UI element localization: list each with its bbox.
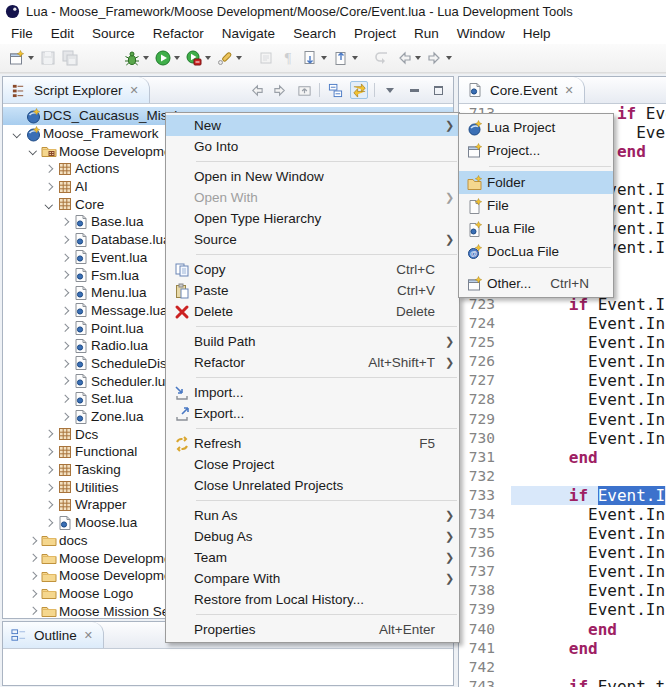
chevron-right-icon[interactable] [41,184,57,190]
context-menu-item-open-type-hierarchy[interactable]: Open Type Hierarchy [166,208,459,229]
submenu-item-folder[interactable]: Folder [459,171,613,194]
context-menu-item-refresh[interactable]: RefreshF5 [166,433,459,454]
submenu-item-project[interactable]: Project... [459,139,613,162]
chevron-right-icon[interactable] [57,237,73,243]
chevron-right-icon[interactable] [57,325,73,331]
next-annotation-button[interactable] [299,48,330,68]
context-menu-item-properties[interactable]: PropertiesAlt+Enter [166,619,459,640]
code-line[interactable]: 740 end [459,620,666,639]
context-menu-item-team[interactable]: Team❯ [166,547,459,568]
context-menu-item-compare-with[interactable]: Compare With❯ [166,568,459,589]
dropdown-arrow-icon[interactable] [236,56,242,60]
context-menu-item-import[interactable]: Import... [166,382,459,403]
minimize-button[interactable] [405,81,423,99]
chevron-right-icon[interactable] [57,272,73,278]
dropdown-arrow-icon[interactable] [205,56,211,60]
chevron-right-icon[interactable] [25,608,41,614]
chevron-down-icon[interactable] [41,202,57,208]
code-line[interactable]: 743 if Event.ta [459,677,666,687]
context-menu-item-debug-as[interactable]: Debug As❯ [166,526,459,547]
dropdown-arrow-icon[interactable] [415,56,421,60]
chevron-right-icon[interactable] [25,555,41,561]
chevron-right-icon[interactable] [57,290,73,296]
chevron-right-icon[interactable] [57,219,73,225]
link-with-editor-button[interactable] [350,81,368,99]
dropdown-arrow-icon[interactable] [28,56,34,60]
close-icon[interactable]: ✕ [130,84,139,97]
tab-outline[interactable]: Outline ✕ [3,622,104,648]
forward-nav-button[interactable] [271,81,289,99]
context-menu-item-refactor[interactable]: RefactorAlt+Shift+T❯ [166,352,459,373]
new-wizard-button[interactable] [6,48,37,68]
debug-button[interactable] [121,48,152,68]
menubar-item-help[interactable]: Help [514,23,560,44]
tab-script-explorer[interactable]: Script Explorer ✕ [3,77,150,103]
close-icon[interactable]: ✕ [84,629,93,642]
menubar-item-file[interactable]: File [2,23,42,44]
code-line[interactable]: 730 Event.Ini [459,429,666,448]
chevron-right-icon[interactable] [57,308,73,314]
external-tools-button[interactable] [214,48,245,68]
chevron-right-icon[interactable] [57,255,73,261]
submenu-item-lua-file[interactable]: Lua File [459,217,613,240]
chevron-right-icon[interactable] [25,538,41,544]
forward-button[interactable] [424,48,455,68]
context-menu-item-close-unrelated-projects[interactable]: Close Unrelated Projects [166,475,459,496]
code-line[interactable]: 735 Event.Ini [459,524,666,543]
context-menu-item-run-as[interactable]: Run As❯ [166,505,459,526]
chevron-right-icon[interactable] [41,467,57,473]
dropdown-arrow-icon[interactable] [143,56,149,60]
chevron-right-icon[interactable] [57,343,73,349]
chevron-right-icon[interactable] [41,520,57,526]
chevron-down-icon[interactable] [9,131,25,137]
code-line[interactable]: 726 Event.Ini [459,352,666,371]
code-line[interactable]: 739 Event.Ini [459,600,666,619]
dropdown-arrow-icon[interactable] [352,56,358,60]
chevron-right-icon[interactable] [41,449,57,455]
menubar-item-refactor[interactable]: Refactor [144,23,213,44]
tab-core-event[interactable]: Core.Event ✕ [459,77,585,103]
code-line[interactable]: 741 end [459,639,666,658]
code-line[interactable]: 727 Event.Ini [459,371,666,390]
context-menu-item-open-in-new-window[interactable]: Open in New Window [166,166,459,187]
submenu-item-lua-project[interactable]: Lua Project [459,116,613,139]
up-nav-button[interactable] [295,81,313,99]
chevron-right-icon[interactable] [57,414,73,420]
dropdown-arrow-icon[interactable] [321,56,327,60]
context-menu-item-export[interactable]: Export... [166,403,459,424]
menubar-item-search[interactable]: Search [284,23,345,44]
context-menu-item-build-path[interactable]: Build Path❯ [166,331,459,352]
menubar-item-source[interactable]: Source [83,23,144,44]
maximize-button[interactable] [429,81,447,99]
back-nav-button[interactable] [247,81,265,99]
menubar-item-window[interactable]: Window [448,23,514,44]
collapse-all-button[interactable] [326,81,344,99]
code-line[interactable]: 733 if Event.I [459,486,666,505]
code-line[interactable]: 732 [459,467,666,486]
context-menu-item-restore-from-local-history[interactable]: Restore from Local History... [166,589,459,610]
back-button[interactable] [393,48,424,68]
code-line[interactable]: 738 Event.Ini [459,581,666,600]
chevron-right-icon[interactable] [41,502,57,508]
submenu-item-other[interactable]: Other...Ctrl+N [459,272,613,295]
run-button[interactable] [152,48,183,68]
code-line[interactable]: 724 Event.Ini [459,314,666,333]
chevron-right-icon[interactable] [41,485,57,491]
code-line[interactable]: 737 Event.Ini [459,562,666,581]
chevron-right-icon[interactable] [57,378,73,384]
chevron-right-icon[interactable] [57,396,73,402]
dropdown-arrow-icon[interactable] [446,56,452,60]
chevron-right-icon[interactable] [57,361,73,367]
context-menu-item-delete[interactable]: DeleteDelete [166,301,459,322]
context-menu-item-close-project[interactable]: Close Project [166,454,459,475]
menubar-item-navigate[interactable]: Navigate [213,23,284,44]
context-menu-item-copy[interactable]: CopyCtrl+C [166,259,459,280]
context-menu-item-source[interactable]: Source❯ [166,229,459,250]
context-menu-item-go-into[interactable]: Go Into [166,136,459,157]
menubar-item-run[interactable]: Run [405,23,448,44]
code-line[interactable]: 736 Event.Ini [459,543,666,562]
context-menu-item-paste[interactable]: PasteCtrl+V [166,280,459,301]
code-line[interactable]: 729 Event.Ini [459,410,666,429]
code-line[interactable]: 742 [459,658,666,677]
close-icon[interactable]: ✕ [565,84,574,97]
